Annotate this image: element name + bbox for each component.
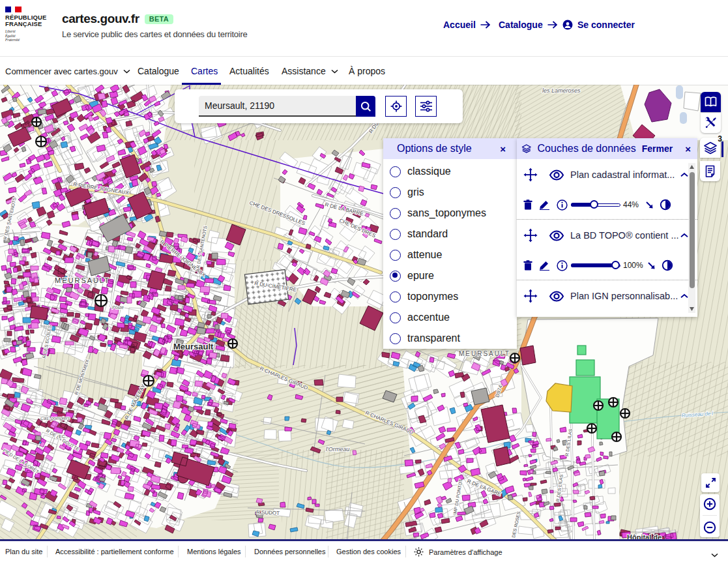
svg-text:les Lameroses: les Lameroses [542,87,581,94]
svg-text:l'Ormeau: l'Ormeau [326,446,349,452]
svg-text:EC.: EC. [59,434,66,439]
svg-text:MEURSAULT: MEURSAULT [459,350,510,357]
svg-text:Poste: Poste [112,305,124,310]
svg-text:Meursault: Meursault [173,342,214,351]
svg-text:Cas. pompiers: Cas. pompiers [40,416,70,421]
svg-text:MEURSAULT: MEURSAULT [55,276,110,284]
svg-text:R SUDOT: R SUDOT [256,509,280,516]
